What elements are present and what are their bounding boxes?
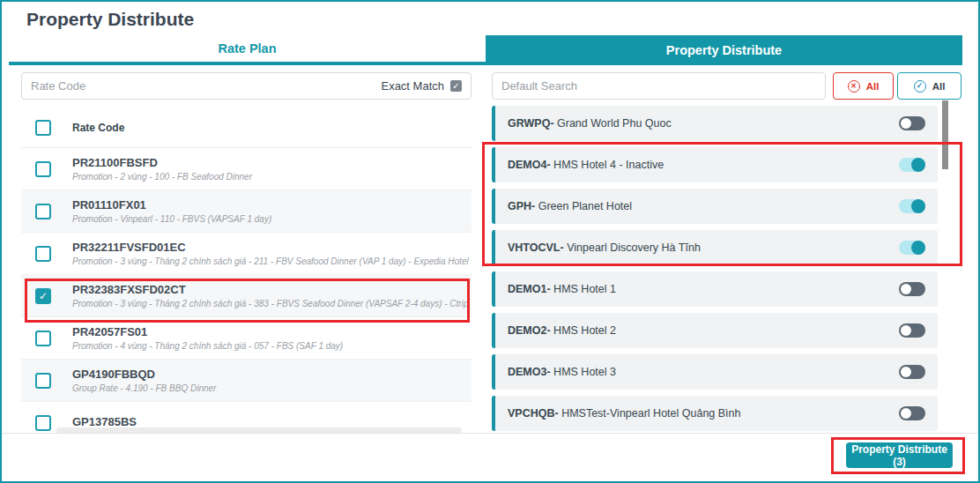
row-checkbox-checked[interactable] xyxy=(35,288,51,304)
rate-code-list: Rate Code PR21100FBSFD Promotion - 2 vùn… xyxy=(21,108,471,434)
rate-code-row[interactable]: PR42057FS01 Promotion - 4 vùng - Tháng 2… xyxy=(21,317,471,360)
property-distribute-submit-button[interactable]: Property Distribute (3) xyxy=(846,442,953,468)
property-toggle-on[interactable] xyxy=(899,241,925,255)
circle-check-icon xyxy=(914,80,926,93)
rate-desc-text: Promotion - 2 vùng - 100 - FB Seafood Di… xyxy=(72,172,252,182)
property-distribute-dialog: Property Distribute Rate Plan Property D… xyxy=(0,0,980,483)
rate-code-text: PR01110FX01 xyxy=(72,198,271,212)
select-all-label: All xyxy=(932,81,946,92)
property-row[interactable]: GRWPQ- Grand World Phu Quoc xyxy=(492,106,938,141)
property-row[interactable]: VPCHQB- HMSTest-Vinpearl Hotel Quảng Bìn… xyxy=(492,396,938,431)
property-row[interactable]: DEMO4- HMS Hotel 4 - Inactive xyxy=(492,147,938,182)
row-checkbox[interactable] xyxy=(35,246,51,262)
row-checkbox[interactable] xyxy=(35,373,51,389)
rate-code-list-header: Rate Code xyxy=(21,108,471,148)
property-name: HMSTest-Vinpearl Hotel Quảng Bình xyxy=(559,407,741,420)
property-row[interactable]: DEMO3- HMS Hotel 3 xyxy=(492,354,938,390)
property-code: GRWPQ- xyxy=(508,117,554,130)
footer-divider xyxy=(2,433,978,434)
property-code: DEMO4- xyxy=(508,159,551,171)
rate-code-row[interactable]: GP4190FBBQD Group Rate - 4.190 - FB BBQ … xyxy=(21,360,471,402)
select-all-button[interactable]: All xyxy=(897,72,961,100)
property-name: Vinpearl Discovery Hà Tĩnh xyxy=(564,242,701,254)
property-toggle-off[interactable] xyxy=(899,365,925,379)
toggle-knob xyxy=(901,325,911,336)
property-code: DEMO3- xyxy=(508,366,551,378)
property-code: VHTOCVL- xyxy=(508,242,564,254)
exact-match-label: Exact Match xyxy=(381,79,444,93)
row-checkbox[interactable] xyxy=(35,415,51,431)
property-search-box xyxy=(492,72,826,100)
property-list: GRWPQ- Grand World Phu Quoc DEMO4- HMS H… xyxy=(492,106,938,435)
property-code: DEMO1- xyxy=(508,283,551,295)
rate-code-row[interactable]: PR01110FX01 Promotion - Vinpearl - 110 -… xyxy=(21,190,471,233)
rate-code-text: GP4190FBBQD xyxy=(72,368,216,381)
rate-code-search-input[interactable] xyxy=(31,79,381,93)
property-name: HMS Hotel 3 xyxy=(551,366,616,378)
rate-code-text: PR21100FBSFD xyxy=(72,156,252,169)
toggle-knob xyxy=(911,199,925,213)
exact-match-checkbox[interactable] xyxy=(450,80,462,92)
rate-code-row-selected[interactable]: PR32383FXSFD02CT Promotion - 3 vùng - Th… xyxy=(21,275,471,317)
row-checkbox[interactable] xyxy=(35,161,51,177)
toggle-knob xyxy=(911,158,925,172)
rate-code-row[interactable]: PR21100FBSFD Promotion - 2 vùng - 100 - … xyxy=(21,148,471,190)
toggle-knob xyxy=(901,118,911,129)
property-toggle-off[interactable] xyxy=(899,282,925,296)
property-toggle-on[interactable] xyxy=(899,158,925,172)
rate-desc-text: Promotion - Vinpearl - 110 - FBVS (VAPSA… xyxy=(72,214,271,224)
rate-code-search-box: Exact Match xyxy=(21,72,471,100)
property-toggle-off[interactable] xyxy=(899,323,925,338)
property-code: DEMO2- xyxy=(508,324,551,337)
property-name: HMS Hotel 4 - Inactive xyxy=(551,159,664,171)
property-toggle-off[interactable] xyxy=(899,116,925,130)
deselect-all-button[interactable]: All xyxy=(833,72,894,100)
toggle-knob xyxy=(901,408,911,419)
tab-property-distribute[interactable]: Property Distribute xyxy=(486,35,962,65)
select-all-checkbox[interactable] xyxy=(35,120,51,136)
right-list-scrollbar-thumb[interactable] xyxy=(942,100,948,169)
property-name: HMS Hotel 2 xyxy=(551,324,616,337)
rate-desc-text: Promotion - 3 vùng - Tháng 2 chính sách … xyxy=(72,299,468,308)
row-checkbox[interactable] xyxy=(35,204,51,219)
tab-bar: Rate Plan Property Distribute xyxy=(9,35,962,65)
property-name: Green Planet Hotel xyxy=(535,200,632,212)
tab-rate-plan[interactable]: Rate Plan xyxy=(9,35,486,65)
toggle-knob xyxy=(901,367,911,377)
property-row[interactable]: DEMO2- HMS Hotel 2 xyxy=(492,313,938,348)
property-name: HMS Hotel 1 xyxy=(551,283,616,295)
rate-code-text: PR32211FVSFD01EC xyxy=(72,241,471,254)
property-row[interactable]: DEMO1- HMS Hotel 1 xyxy=(492,271,938,307)
toggle-knob xyxy=(901,284,911,294)
rate-code-column-header: Rate Code xyxy=(72,122,124,134)
property-code: VPCHQB- xyxy=(508,407,559,420)
page-title: Property Distribute xyxy=(26,9,194,30)
rate-desc-text: Promotion - 3 vùng - Tháng 2 chính sách … xyxy=(72,256,471,266)
property-code: GPH- xyxy=(508,200,535,212)
property-row[interactable]: VHTOCVL- Vinpearl Discovery Hà Tĩnh xyxy=(492,230,938,265)
rate-desc-text: Group Rate - 4.190 - FB BBQ Dinner xyxy=(72,383,216,393)
rate-code-text: PR32383FXSFD02CT xyxy=(72,283,468,296)
circle-x-icon xyxy=(848,80,860,93)
rate-code-text: PR42057FS01 xyxy=(72,325,343,338)
rate-code-text: GP13785BS xyxy=(72,415,137,428)
property-search-input[interactable] xyxy=(501,79,816,93)
rate-desc-text: Promotion - 4 vùng - Tháng 2 chính sách … xyxy=(72,341,343,351)
toggle-knob xyxy=(911,241,925,255)
property-row[interactable]: GPH- Green Planet Hotel xyxy=(492,189,938,224)
property-name: Grand World Phu Quoc xyxy=(554,117,672,130)
row-checkbox[interactable] xyxy=(35,331,51,346)
property-toggle-off[interactable] xyxy=(899,406,925,420)
deselect-all-label: All xyxy=(866,81,880,92)
property-toggle-on[interactable] xyxy=(899,199,925,213)
rate-code-row[interactable]: PR32211FVSFD01EC Promotion - 3 vùng - Th… xyxy=(21,233,471,275)
